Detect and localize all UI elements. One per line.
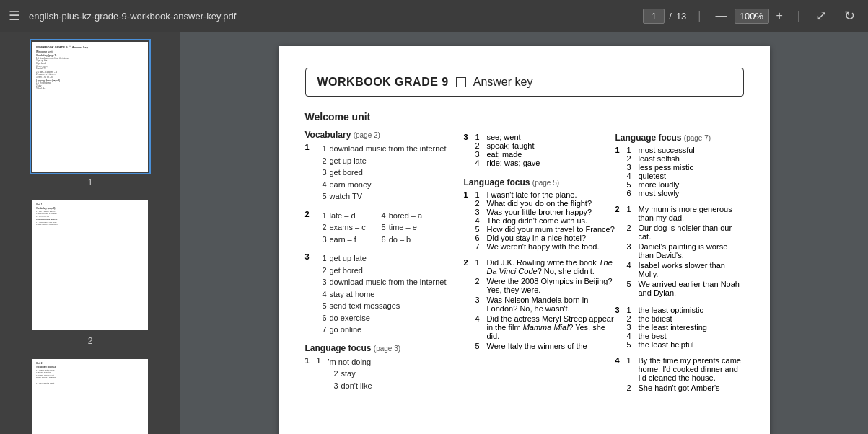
right-column: Language focus (page 7) 1 1 most success… [615,111,744,401]
vocab-q1-a5: 5watch TV [317,190,447,203]
zoom-input[interactable] [735,9,769,24]
pdf-view-area[interactable]: WORKBOOK GRADE 9 Answer key Welcome unit… [180,32,868,434]
vocab-q1-a2: 2get up late [317,155,447,167]
vocab-q1-a3: 3get bored [317,167,447,179]
langfocus5-title: Language focus (page 5) [464,177,615,187]
lf5-q2-block: 2 1 Did J.K. Rowling write the book The … [464,258,615,352]
lf7-q4-block: 4 1 By the time my parents came home, I'… [615,356,744,394]
lf7-q3-block: 3 1 the least optimistic 2 the tidiest [615,306,744,349]
page-thumb-2[interactable]: Unit 1 Vocabulary (page 8) 1 1 tidy 2 me… [7,198,173,346]
vocab-q3-a7: 7go online [317,324,447,336]
page-separator: / [669,11,672,22]
checkbox-icon [456,77,466,87]
vocab-q2-a6: 6do – b [376,234,422,246]
vocab-q3-a2: 2get bored [317,265,447,277]
left-column: Welcome unit Vocabulary (page 2) 1 1down… [305,111,464,401]
thumb-label-2: 2 [88,336,93,346]
divider-2: | [797,9,800,22]
zoom-out-button[interactable]: — [713,9,730,22]
vocab-q2-a4: 4bored – a [376,210,422,222]
main-area: WORKBOOK GRADE 9 ☐ Answer key Welcome un… [0,32,868,434]
vocab-q3-block: 3 1get up late 2get bored 3download musi… [305,252,464,336]
vocab-q1-block: 1 1download music from the internet 2get… [305,143,464,203]
vocab-q3-a5: 5send text messages [317,300,447,312]
zoom-in-button[interactable]: + [773,9,786,22]
pdf-page: WORKBOOK GRADE 9 Answer key Welcome unit… [279,46,770,434]
vocab-q1-a4: 4earn money [317,179,447,191]
vocab-q1-a1: 1download music from the internet [317,143,447,155]
vocab-section-title: Vocabulary (page 2) [305,130,464,140]
langfocus7-page: (page 7) [684,134,711,142]
vocab-q2-a1: 1late – d [317,210,366,222]
langfocus3-title: Language focus (page 3) [305,343,464,353]
doc-subtitle: Answer key [473,76,533,89]
lf7-q2-block: 2 1 My mum is more generous than my dad.… [615,205,744,298]
vocab-q2-a5: 5time – e [376,221,422,234]
thumbnail-image-1: WORKBOOK GRADE 9 ☐ Answer key Welcome un… [32,42,148,172]
lf5-q1-block: 1 1 I wasn't late for the plane. 2 What … [464,190,615,251]
document-header: WORKBOOK GRADE 9 Answer key [305,68,744,97]
page-number-input[interactable] [643,9,665,24]
lf3-q1-a1: 'm not doing [328,356,372,368]
fit-page-button[interactable]: ⤢ [812,8,831,24]
zoom-controls: — + [713,9,786,24]
vocab-q2-a2: 2exams – c [317,221,366,234]
thumbnail-image-2: Unit 1 Vocabulary (page 8) 1 1 tidy 2 me… [32,200,148,330]
doc-title: WORKBOOK GRADE 9 [317,76,449,89]
lf3-q1-a2: 2stay [328,368,372,380]
vocab-q3-a6: 6do exercise [317,312,447,324]
page-total: 13 [676,11,686,22]
page-thumb-1[interactable]: WORKBOOK GRADE 9 ☐ Answer key Welcome un… [7,39,173,187]
langfocus3-page: (page 3) [374,345,400,353]
thumb-label-1: 1 [88,177,93,187]
vocab-q3-a4: 4stay at home [317,288,447,301]
rotate-button[interactable]: ↻ [840,8,859,24]
vocab-q2-block: 2 1late – d 2exams – c 3earn – f 4bored … [305,210,464,246]
vocab-q2-a3: 3earn – f [317,234,366,246]
page-thumb-3[interactable]: Unit 2 Vocabulary (page 14) 1 1 chef 2 p… [7,356,173,434]
mid-q3-block: 3 1 see; went 2 speak; taught [464,133,615,167]
langfocus7-title: Language focus (page 7) [615,133,744,143]
divider-1: | [698,9,701,22]
menu-icon[interactable]: ☰ [9,8,20,24]
lf7-q1-block: 1 1 most successful 2 least selfish [615,146,744,198]
vocab-q3-a3: 3download music from the internet [317,276,447,288]
content-columns: Welcome unit Vocabulary (page 2) 1 1down… [305,111,744,401]
top-toolbar: ☰ english-plus-kz-grade-9-workbook-answe… [0,0,868,32]
langfocus5-page: (page 5) [532,179,559,187]
welcome-unit-title: Welcome unit [305,111,464,123]
lf3-q1-a3: 3don't like [328,380,372,392]
thumbnail-image-3: Unit 2 Vocabulary (page 14) 1 1 chef 2 p… [32,359,148,434]
langfocus3-q1-block: 1 1 'm not doing 2stay 3don't like [305,356,464,392]
vocab-q3-a1: 1get up late [317,252,447,265]
middle-column: 3 1 see; went 2 speak; taught [464,111,615,401]
filename-label: english-plus-kz-grade-9-workbook-answer-… [29,11,634,22]
thumbnail-sidebar: WORKBOOK GRADE 9 ☐ Answer key Welcome un… [0,32,180,434]
page-navigation: / 13 [643,9,686,24]
vocab-page-ref: (page 2) [354,131,380,139]
